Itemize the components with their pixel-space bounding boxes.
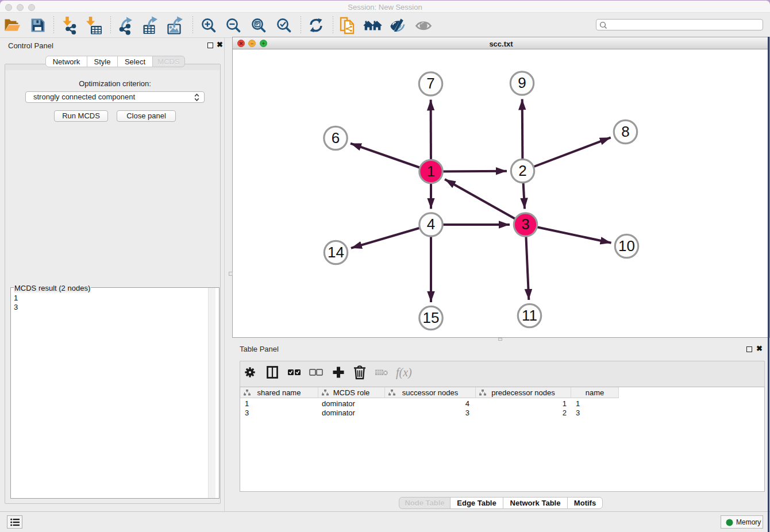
svg-text:11: 11: [522, 307, 537, 324]
svg-text:f(x): f(x): [396, 366, 412, 379]
svg-text:1: 1: [427, 163, 435, 180]
svg-text:14: 14: [328, 244, 344, 261]
svg-text:9: 9: [518, 74, 526, 91]
svg-text:4: 4: [427, 215, 435, 233]
svg-text:8: 8: [621, 123, 629, 140]
svg-text:3: 3: [521, 215, 529, 233]
svg-text:6: 6: [332, 129, 340, 147]
svg-text:10: 10: [618, 237, 635, 255]
svg-text:7: 7: [426, 75, 434, 92]
svg-text:15: 15: [423, 309, 440, 326]
svg-text:2: 2: [518, 162, 526, 179]
